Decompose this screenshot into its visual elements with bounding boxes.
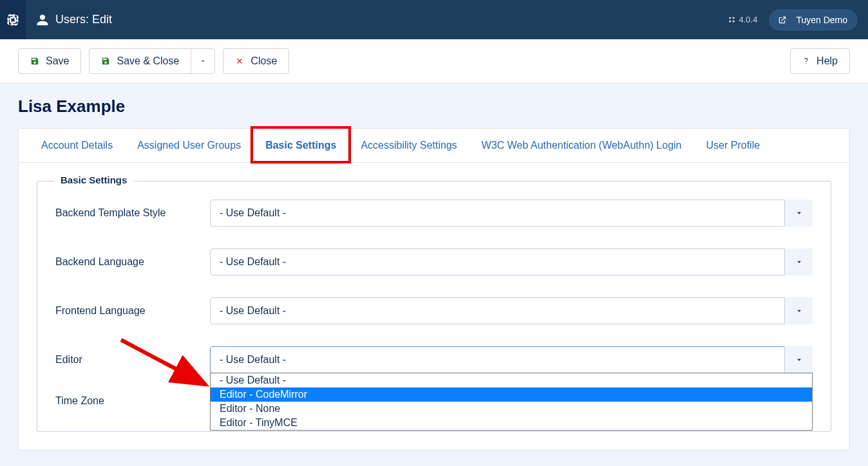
joomla-small-icon [728, 15, 736, 24]
question-icon [802, 55, 810, 67]
label-frontend-language: Frontend Language [55, 305, 210, 317]
user-icon [36, 14, 49, 26]
chevron-down-icon [199, 57, 207, 65]
save-dropdown-toggle[interactable] [191, 48, 215, 74]
row-editor: Editor - Use Default - - Use Default -Ed… [55, 346, 813, 373]
editor-dropdown: - Use Default -Editor - CodeMirrorEditor… [210, 373, 813, 431]
help-button[interactable]: Help [790, 48, 850, 74]
joomla-icon [6, 13, 20, 27]
select-backend-template-style[interactable]: - Use Default - [210, 200, 813, 227]
svg-point-3 [733, 21, 735, 23]
select-frontend-language[interactable]: - Use Default - [210, 297, 813, 324]
save-close-button[interactable]: Save & Close [89, 48, 191, 74]
toolbar: Save Save & Close Close Help [0, 39, 868, 84]
control-editor: - Use Default - - Use Default -Editor - … [210, 346, 813, 373]
admin-header: Users: Edit 4.0.4 Tuyen Demo [0, 0, 868, 39]
page-title-text: Users: Edit [55, 13, 112, 26]
tab-user-profile[interactable]: User Profile [694, 129, 773, 162]
editor-option[interactable]: Editor - None [211, 402, 812, 416]
page-title: Users: Edit [36, 13, 112, 26]
tab-accessibility-settings[interactable]: Accessibility Settings [348, 129, 469, 162]
tab-basic-settings[interactable]: Basic Settings [253, 129, 348, 162]
chevron-down-icon [784, 346, 813, 373]
content-area: Lisa Example Account DetailsAssigned Use… [0, 84, 868, 466]
joomla-logo[interactable] [0, 0, 26, 39]
label-editor: Editor [55, 354, 210, 366]
chevron-down-icon [784, 200, 813, 227]
svg-point-0 [730, 17, 731, 19]
external-link-icon [775, 13, 789, 27]
editor-option[interactable]: - Use Default - [211, 373, 812, 387]
close-button[interactable]: Close [223, 48, 289, 74]
control-backend-template-style: - Use Default - [210, 200, 813, 227]
fieldset-legend: Basic Settings [54, 174, 133, 185]
save-button[interactable]: Save [18, 48, 81, 74]
control-backend-language: - Use Default - [210, 248, 813, 275]
tab-account-details[interactable]: Account Details [29, 129, 125, 162]
header-right: 4.0.4 Tuyen Demo [728, 9, 858, 31]
chevron-down-icon [784, 248, 813, 275]
close-icon [235, 57, 244, 66]
row-backend-template-style: Backend Template Style - Use Default - [55, 200, 813, 227]
row-backend-language: Backend Language - Use Default - [55, 248, 813, 275]
editor-option[interactable]: Editor - CodeMirror [211, 387, 812, 402]
row-frontend-language: Frontend Language - Use Default - [55, 297, 813, 324]
tabs: Account DetailsAssigned User GroupsBasic… [19, 129, 849, 163]
version-label: 4.0.4 [728, 15, 757, 24]
svg-point-1 [733, 17, 735, 19]
label-time-zone: Time Zone [55, 395, 210, 407]
save-icon [30, 57, 39, 66]
label-backend-language: Backend Language [55, 256, 210, 268]
editor-option[interactable]: Editor - TinyMCE [211, 416, 812, 430]
user-menu[interactable]: Tuyen Demo [769, 9, 858, 31]
save-icon [101, 57, 110, 66]
chevron-down-icon [784, 297, 813, 324]
basic-settings-fieldset: Basic Settings Backend Template Style - … [37, 181, 831, 432]
page-heading: Lisa Example [18, 84, 850, 128]
select-backend-language[interactable]: - Use Default - [210, 248, 813, 275]
label-backend-template-style: Backend Template Style [55, 207, 210, 219]
header-left: Users: Edit [10, 0, 112, 39]
tabs-container: Account DetailsAssigned User GroupsBasic… [18, 128, 850, 451]
user-name: Tuyen Demo [796, 15, 847, 25]
select-editor[interactable]: - Use Default - [210, 346, 813, 373]
svg-point-2 [730, 21, 731, 23]
tab-assigned-user-groups[interactable]: Assigned User Groups [125, 129, 253, 162]
tab-w3c-web-authentication-webauthn-login[interactable]: W3C Web Authentication (WebAuthn) Login [469, 129, 694, 162]
control-frontend-language: - Use Default - [210, 297, 813, 324]
save-close-group: Save & Close [89, 48, 215, 74]
